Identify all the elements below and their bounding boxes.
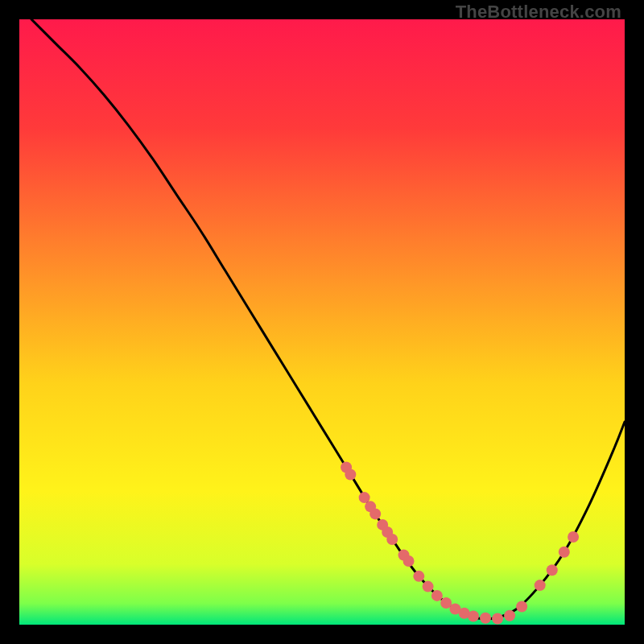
data-point (535, 580, 546, 591)
data-point (345, 469, 356, 481)
data-point (547, 564, 558, 576)
chart-frame (19, 19, 625, 625)
data-point (413, 571, 424, 582)
data-point (492, 613, 503, 624)
data-point (504, 610, 515, 621)
data-point (468, 610, 479, 621)
data-point (559, 547, 570, 558)
data-point (516, 601, 527, 612)
data-point (480, 613, 491, 624)
data-point (568, 531, 579, 543)
data-point (369, 508, 381, 519)
data-point (431, 590, 443, 601)
data-point (386, 534, 398, 545)
data-point (423, 581, 434, 592)
data-point (403, 555, 415, 567)
chart-background (19, 19, 625, 625)
bottleneck-chart (19, 19, 625, 625)
